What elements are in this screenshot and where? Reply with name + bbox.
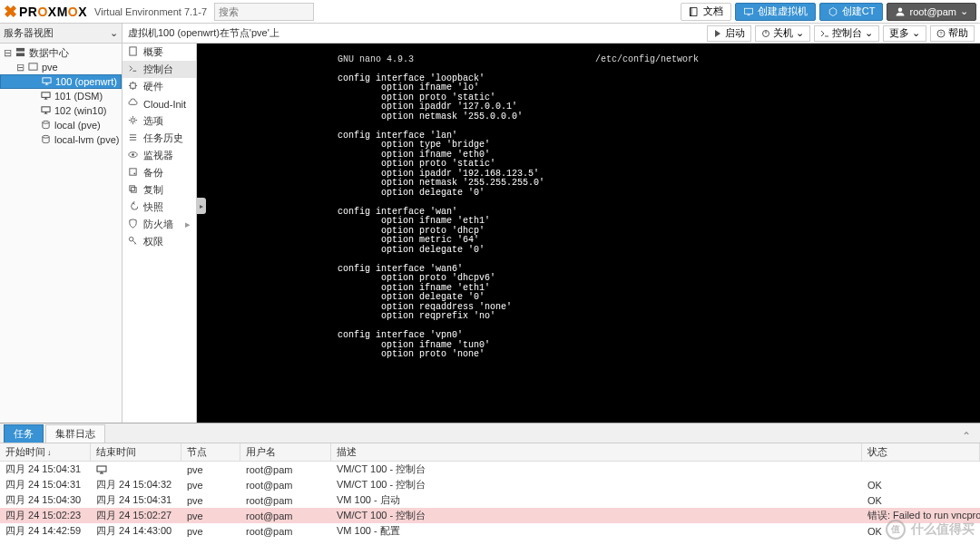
cell-start: 四月 24 14:42:59 (0, 523, 91, 539)
breadcrumb-bar: 虚拟机100 (openwrt)在节点'pve'上 启动 关机 ⌄ 控制台 ⌄ … (122, 24, 980, 44)
menu-item-11[interactable]: 权限 (122, 233, 196, 250)
col-start[interactable]: 开始时间↓ (0, 443, 91, 461)
console-button[interactable]: 控制台 ⌄ (814, 25, 879, 42)
search-input[interactable] (214, 3, 314, 21)
collapse-panel-icon[interactable]: ⌃ (962, 430, 971, 443)
docs-button[interactable]: 文档 (681, 3, 731, 21)
col-node[interactable]: 节点 (181, 443, 240, 461)
tree-label: 101 (DSM) (54, 91, 103, 102)
create-vm-button[interactable]: 创建虚拟机 (735, 3, 816, 21)
col-status[interactable]: 状态 (862, 443, 980, 461)
start-button[interactable]: 启动 (707, 25, 751, 42)
view-selector[interactable]: 服务器视图 ⌄ (0, 24, 122, 44)
log-row[interactable]: 四月 24 15:04:31四月 24 15:04:32pveroot@pamV… (0, 477, 980, 492)
col-end[interactable]: 结束时间 (91, 443, 181, 461)
vm-icon (41, 91, 51, 102)
menu-item-1[interactable]: 控制台 (122, 61, 196, 78)
tree-label: 100 (openwrt) (55, 76, 117, 87)
file-path: /etc/config/network (595, 55, 699, 65)
more-button[interactable]: 更多 ⌄ (883, 25, 926, 42)
tree-item-0[interactable]: ⊟数据中心 (0, 45, 122, 60)
tree-label: pve (42, 62, 58, 73)
log-row[interactable]: 四月 24 15:04:30四月 24 15:04:31pveroot@pamV… (0, 492, 980, 508)
config-body: config interface 'loopback' option ifnam… (338, 73, 544, 360)
menu-item-6[interactable]: 监视器 (122, 147, 196, 164)
storage-icon (41, 134, 51, 146)
shutdown-button[interactable]: 关机 ⌄ (755, 25, 810, 42)
expander-icon[interactable]: ⊟ (16, 62, 24, 73)
tab-tasks[interactable]: 任务 (4, 424, 44, 443)
cell-end (91, 462, 181, 477)
cell-start: 四月 24 15:04:31 (0, 477, 91, 492)
menu-item-7[interactable]: 备份 (122, 164, 196, 181)
bottom-panel: ⌃ 任务 集群日志 开始时间↓ 结束时间 节点 用户名 描述 状态 四月 24 … (0, 423, 980, 545)
help-label: 帮助 (948, 26, 968, 40)
logo-text: X (78, 5, 87, 19)
menu-label: 复制 (143, 183, 163, 197)
cell-end: 四月 24 15:04:31 (91, 492, 181, 508)
create-ct-button[interactable]: 创建CT (819, 3, 884, 21)
cell-desc: VM/CT 100 - 控制台 (331, 477, 862, 492)
resource-tree: ⊟数据中心⊟pve100 (openwrt)101 (DSM)102 (win1… (0, 44, 122, 423)
expander-icon[interactable]: ⊟ (4, 47, 12, 59)
menu-item-0[interactable]: 概要 (122, 44, 196, 61)
log-row[interactable]: 四月 24 14:42:59四月 24 14:43:00pveroot@pamV… (0, 523, 980, 539)
tree-item-6[interactable]: local-lvm (pve) (0, 132, 122, 147)
menu-item-3[interactable]: Cloud-Init (122, 95, 196, 112)
bottom-tabs: 任务 集群日志 (0, 423, 980, 443)
tree-item-4[interactable]: 102 (win10) (0, 103, 122, 118)
menu-item-8[interactable]: 复制 (122, 181, 196, 199)
col-desc[interactable]: 描述 (331, 443, 862, 461)
storage-icon (41, 120, 51, 131)
tree-item-2[interactable]: 100 (openwrt) (0, 74, 122, 89)
menu-label: 任务历史 (143, 131, 183, 145)
logo-text: O (37, 5, 47, 19)
tree-item-3[interactable]: 101 (DSM) (0, 89, 122, 103)
log-row[interactable]: 四月 24 15:04:31pveroot@pamVM/CT 100 - 控制台 (0, 462, 980, 477)
eye-icon (128, 150, 138, 161)
menu-item-2[interactable]: 硬件 (122, 78, 196, 95)
svg-point-19 (133, 172, 135, 174)
tree-label: 102 (win10) (54, 105, 106, 116)
svg-point-17 (132, 153, 134, 156)
menu-item-9[interactable]: 快照 (122, 199, 196, 216)
cell-start: 四月 24 15:04:31 (0, 462, 91, 477)
col-user[interactable]: 用户名 (240, 443, 331, 461)
play-icon (713, 29, 722, 38)
svg-rect-5 (43, 77, 51, 83)
cell-status: OK (862, 477, 980, 492)
help-button[interactable]: ?帮助 (930, 25, 975, 42)
menu-item-4[interactable]: 选项 (122, 112, 196, 130)
tree-item-5[interactable]: local (pve) (0, 118, 122, 132)
cell-end: 四月 24 15:04:32 (91, 477, 181, 492)
power-icon (761, 29, 770, 38)
user-menu-button[interactable]: root@pam ⌄ (887, 3, 976, 21)
cell-user: root@pam (240, 477, 331, 492)
log-row[interactable]: 四月 24 15:02:23四月 24 15:02:27pveroot@pamV… (0, 508, 980, 523)
svg-rect-2 (16, 47, 24, 51)
svg-rect-18 (130, 169, 136, 175)
log-header: 开始时间↓ 结束时间 节点 用户名 描述 状态 (0, 443, 980, 462)
key-icon (128, 236, 138, 248)
menu-item-5[interactable]: 任务历史 (122, 130, 196, 147)
sidebar-collapse-grip[interactable]: ▸ (197, 198, 206, 214)
term-icon (128, 63, 138, 75)
copy-icon (128, 184, 138, 196)
tree-item-1[interactable]: ⊟pve (0, 60, 122, 74)
svg-rect-21 (132, 188, 137, 193)
shield-icon (128, 219, 138, 230)
console-panel[interactable]: GNU nano 4.9.3/etc/config/network config… (197, 44, 980, 423)
menu-item-10[interactable]: 防火墙▸ (122, 216, 196, 233)
vm-icon (41, 105, 51, 117)
tree-label: local-lvm (pve) (54, 134, 120, 145)
list-icon (128, 132, 138, 144)
cell-desc: VM 100 - 启动 (331, 492, 862, 508)
menu-label: 防火墙 (143, 218, 173, 231)
menu-label: 硬件 (143, 80, 163, 93)
version-label: Virtual Environment 7.1-7 (94, 6, 207, 17)
console-output: GNU nano 4.9.3/etc/config/network config… (338, 44, 980, 423)
col-start-label: 开始时间 (5, 445, 45, 459)
breadcrumb-text: 虚拟机100 (openwrt)在节点'pve'上 (128, 26, 279, 40)
tab-cluster-log[interactable]: 集群日志 (45, 424, 105, 443)
svg-rect-13 (130, 47, 136, 55)
